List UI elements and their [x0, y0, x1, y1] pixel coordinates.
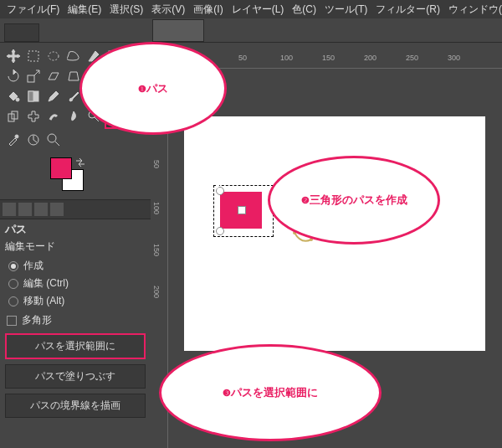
menu-color[interactable]: 色(C): [288, 3, 320, 17]
ruler-tick: 100: [280, 54, 293, 62]
dock-tab-icon[interactable]: [18, 203, 32, 216]
color-picker-icon[interactable]: [4, 131, 23, 149]
checkbox-icon: [7, 316, 17, 326]
color-swatches[interactable]: [50, 157, 151, 199]
menu-select[interactable]: 選択(S): [105, 3, 147, 17]
ruler-tick: 150: [152, 244, 161, 256]
ruler-tick: 250: [406, 54, 418, 62]
ruler-tick: 100: [152, 202, 161, 214]
annotation-bubble-3: ❸パスを選択範囲に: [159, 344, 382, 441]
menu-tools[interactable]: ツール(T): [320, 3, 371, 17]
ruler-tick: 300: [448, 54, 460, 62]
menu-view[interactable]: 表示(V): [147, 3, 189, 17]
svg-point-20: [48, 134, 56, 142]
bubble-tail-icon: [387, 326, 412, 346]
tab-active[interactable]: [152, 19, 204, 42]
dock-tabs: [0, 199, 151, 219]
radio-label: 編集 (Ctrl): [23, 276, 69, 291]
tab-inactive[interactable]: [4, 23, 39, 42]
dock-tab-icon[interactable]: [34, 203, 48, 216]
ruler-tick: 200: [152, 286, 161, 298]
rotate-tool-icon[interactable]: [4, 67, 23, 85]
menu-image[interactable]: 画像(I): [189, 3, 227, 17]
path-anchor-handle[interactable]: [216, 227, 224, 235]
ellipse-select-icon[interactable]: [44, 47, 63, 65]
radio-icon: [8, 261, 18, 271]
smudge-tool-icon[interactable]: [44, 107, 63, 126]
menu-file[interactable]: ファイル(F): [3, 3, 64, 17]
rect-select-icon[interactable]: [24, 47, 43, 65]
menu-filter[interactable]: フィルター(R): [371, 3, 444, 17]
move-tool-icon[interactable]: [4, 47, 23, 65]
radio-label: 移動 (Alt): [23, 294, 64, 308]
radio-icon: [8, 279, 18, 289]
tool-options-title: パス: [0, 219, 151, 239]
swap-colors-icon[interactable]: [75, 157, 85, 167]
edit-mode-label: 編集モード: [0, 239, 151, 257]
ruler-tick: 150: [322, 54, 335, 62]
menu-window[interactable]: ウィンドウ(W): [444, 3, 502, 17]
checkbox-label: 多角形: [22, 313, 52, 327]
scale-tool-icon[interactable]: [24, 67, 43, 85]
dock-tab-icon[interactable]: [3, 203, 16, 216]
svg-rect-7: [28, 91, 33, 101]
radio-create[interactable]: 作成: [0, 257, 151, 275]
annotation-number: ❷: [301, 195, 310, 205]
annotation-bubble-2: ❷三角形のパスを作成: [268, 156, 440, 245]
annotation-number: ❸: [223, 388, 231, 398]
radio-move[interactable]: 移動 (Alt): [0, 292, 151, 310]
measure-tool-icon[interactable]: [24, 131, 43, 149]
dock-tab-icon[interactable]: [50, 203, 64, 216]
annotation-text: パスを選択範囲に: [231, 386, 318, 399]
bubble-tail-icon: [207, 166, 228, 189]
tab-bar: [0, 18, 502, 43]
svg-rect-4: [28, 75, 34, 82]
fill-path-button[interactable]: パスで塗りつぶす: [5, 364, 146, 389]
gradient-tool-icon[interactable]: [24, 87, 43, 106]
fg-color-swatch[interactable]: [50, 157, 72, 179]
radio-label: 作成: [23, 259, 44, 273]
menu-edit[interactable]: 編集(E): [64, 3, 105, 17]
shear-tool-icon[interactable]: [44, 67, 63, 85]
annotation-text: 三角形のパスを作成: [310, 193, 407, 206]
svg-point-18: [15, 135, 18, 138]
svg-point-1: [49, 52, 59, 60]
heal-tool-icon[interactable]: [24, 107, 43, 126]
annotation-text: パス: [146, 82, 168, 95]
stroke-path-button[interactable]: パスの境界線を描画: [5, 394, 146, 418]
menu-layer[interactable]: レイヤー(L): [228, 3, 289, 17]
ruler-tick: 50: [152, 160, 161, 168]
checkbox-polygon[interactable]: 多角形: [0, 310, 151, 331]
clone-tool-icon[interactable]: [4, 107, 23, 126]
bucket-fill-icon[interactable]: [4, 87, 23, 106]
annotation-bubble-1: ❶パス: [79, 42, 227, 135]
pencil-tool-icon[interactable]: [44, 87, 63, 106]
menu-bar: ファイル(F) 編集(E) 選択(S) 表示(V) 画像(I) レイヤー(L) …: [0, 0, 502, 18]
path-center-handle[interactable]: [238, 206, 246, 214]
ruler-tick: 200: [364, 54, 376, 62]
blur-tool-icon[interactable]: [64, 107, 83, 126]
zoom-tool-icon[interactable]: [44, 131, 63, 149]
path-to-selection-button[interactable]: パスを選択範囲に: [5, 333, 146, 359]
svg-rect-0: [28, 51, 38, 61]
free-select-icon[interactable]: [64, 47, 83, 65]
ruler-tick: 50: [238, 54, 247, 62]
annotation-number: ❶: [138, 84, 146, 94]
svg-point-5: [16, 98, 19, 101]
radio-icon: [8, 296, 18, 306]
radio-edit[interactable]: 編集 (Ctrl): [0, 275, 151, 292]
